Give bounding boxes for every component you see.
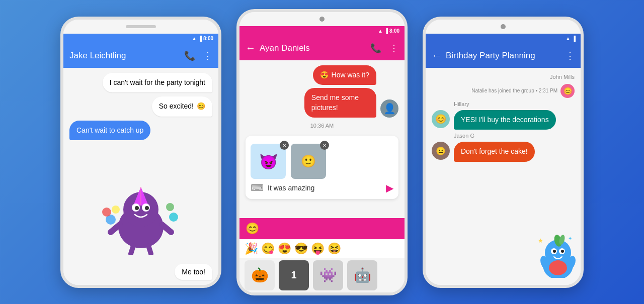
avatar-ayan: 👤: [380, 99, 398, 118]
bubble-excited: So excited! 😊: [152, 96, 212, 117]
svg-point-19: [549, 260, 567, 275]
phone-right: ▲ ▐ ← Birthday Party Planning ⋮ John Mil…: [423, 17, 584, 288]
phone-call-icon-center[interactable]: 📞: [370, 43, 381, 54]
avatar-jason: 😐: [432, 142, 450, 160]
bubble-jason: Don't forget the cake!: [454, 142, 535, 162]
back-arrow-right[interactable]: ←: [432, 50, 442, 61]
status-icons-center: ▲ ▐ 8:00: [378, 28, 399, 34]
battery-icon: ▐: [198, 36, 202, 41]
svg-point-6: [135, 206, 139, 210]
timestamp-center: 10:36 AM: [246, 123, 398, 129]
blue-character-svg: ★ ✦: [538, 233, 578, 278]
sticker-pumpkin[interactable]: 🎃: [245, 260, 275, 290]
status-bar-left: ▲ ▐ 8:00: [63, 34, 218, 44]
sticker-monster-area: [69, 144, 212, 259]
sticker-monster2[interactable]: 👾: [313, 260, 343, 290]
contact-name-left: Jake Leichtling: [69, 51, 184, 61]
app-bar-icons-left: 📞 ⋮: [184, 50, 212, 61]
send-button[interactable]: ▶: [386, 182, 393, 194]
app-bar-right: ← Birthday Party Planning ⋮: [426, 44, 581, 68]
more-options-icon-left[interactable]: ⋮: [203, 50, 212, 61]
monster-sticker-container: [101, 179, 181, 255]
bubble-catch-up: Can't wait to catch up: [69, 121, 150, 141]
more-options-icon-center[interactable]: ⋮: [389, 43, 398, 54]
signal-icon: ▲: [192, 36, 197, 41]
bubble-how-was-it: 😍 How was it?: [313, 65, 376, 85]
phone-speaker: [126, 25, 156, 28]
emoji-item-party[interactable]: 🎉: [245, 242, 258, 255]
time-left: 8:00: [203, 36, 213, 41]
emoji-tab-icon[interactable]: 😊: [246, 222, 259, 235]
avatar-natalie: 😊: [560, 84, 575, 98]
natalie-joined-text: Natalie has joined the group • 2:31 PM: [471, 88, 557, 93]
phone-call-icon-left[interactable]: 📞: [184, 50, 195, 61]
phone-top-bar-left: [63, 20, 218, 34]
back-arrow-center[interactable]: ←: [246, 42, 256, 54]
chat-area-center: 😍 How was it? Send me some pictures! 👤 1…: [239, 60, 405, 218]
compose-input[interactable]: [268, 184, 386, 192]
emoji-row: 🎉 😋 😍 😎 😝 😆: [239, 239, 405, 258]
emoji-item-yum[interactable]: 😋: [261, 242, 275, 255]
time-center: 8:00: [389, 28, 399, 34]
more-options-icon-right[interactable]: ⋮: [566, 50, 575, 61]
sender-name-jason: Jason G: [432, 133, 575, 139]
right-sticker-character: ★ ✦: [538, 233, 578, 280]
sticker-robot[interactable]: 🤖: [347, 260, 377, 290]
phone-center: ▲ ▐ 8:00 ← Ayan Daniels 📞 ⋮ 😍: [236, 9, 408, 295]
msg-group-how-was-it: 😍 How was it? Send me some pictures! 👤: [246, 65, 398, 118]
contact-name-center: Ayan Daniels: [260, 43, 370, 53]
battery-icon-center: ▐: [384, 28, 388, 34]
svg-line-8: [111, 225, 120, 232]
app-bar-left: Jake Leichtling 📞 ⋮: [63, 44, 218, 68]
bubble-me-too: Me too!: [175, 264, 212, 280]
sticker-number1[interactable]: 1: [279, 260, 309, 290]
status-icons-right: ▲ ▐: [566, 36, 576, 41]
svg-point-23: [561, 250, 564, 253]
sender-name-hillary: Hillary: [432, 101, 575, 107]
keyboard-icon[interactable]: ⌨: [251, 182, 264, 193]
svg-text:✦: ✦: [568, 236, 572, 241]
compose-row: ⌨ ▶: [251, 182, 393, 194]
emoji-item-heart-eyes[interactable]: 😍: [278, 242, 291, 255]
status-bar-right: ▲ ▐: [426, 34, 581, 44]
attachment-close-photo[interactable]: ✕: [320, 141, 329, 150]
app-bar-center: ← Ayan Daniels 📞 ⋮: [239, 36, 405, 60]
signal-icon-right: ▲: [566, 36, 571, 41]
chat-area-right: John Mills Natalie has joined the group …: [426, 68, 581, 285]
phone-left: ▲ ▐ 8:00 Jake Leichtling 📞 ⋮ I can't wai…: [60, 17, 221, 288]
emoji-keyboard-header: 😊: [239, 218, 405, 239]
svg-line-11: [148, 246, 151, 254]
status-bar-center: ▲ ▐ 8:00: [239, 26, 405, 36]
emoji-item-tongue[interactable]: 😝: [311, 242, 325, 255]
sunglasses-emoji: 😍: [320, 70, 329, 80]
attachment-close-sticker[interactable]: ✕: [280, 141, 289, 150]
emoji-keyboard: 😊 🎉 😋 😍 😎 😝 😆 🎃 1 👾 🤖: [239, 218, 405, 292]
attachment-photo: 🙂 ✕: [291, 144, 326, 179]
svg-point-14: [112, 206, 120, 214]
chat-area-left: I can't wait for the party tonight So ex…: [63, 68, 218, 285]
excited-emoji: 😊: [197, 102, 205, 112]
emoji-item-joy[interactable]: 😆: [328, 242, 341, 255]
svg-point-16: [166, 203, 174, 211]
attachment-sticker: 😈 ✕: [251, 144, 286, 179]
svg-point-7: [145, 206, 149, 210]
app-bar-icons-right: ⋮: [566, 50, 575, 61]
monster-sticker-svg: [101, 179, 181, 255]
natalie-joined-row: Natalie has joined the group • 2:31 PM 😊: [432, 84, 575, 98]
bubble-party-tonight: I can't wait for the party tonight: [103, 73, 212, 93]
compose-container[interactable]: 😈 ✕ 🙂 ✕ ⌨ ▶: [246, 136, 398, 199]
msg-row-jason: 😐 Don't forget the cake!: [432, 142, 575, 162]
bubble-hillary: YES! I'll buy the decorations: [454, 110, 556, 130]
emoji-item-sunglasses[interactable]: 😎: [294, 242, 308, 255]
phone-camera-center: [319, 17, 325, 22]
system-msg-john: John Mills: [432, 73, 575, 81]
signal-icon-center: ▲: [378, 28, 383, 34]
phone-camera-right: [501, 24, 506, 29]
app-bar-icons-center: 📞 ⋮: [370, 43, 398, 54]
group-name-right: Birthday Party Planning: [446, 51, 566, 61]
svg-line-9: [162, 225, 171, 232]
status-icons-left: ▲ ▐ 8:00: [192, 36, 213, 41]
bubble-send-pictures: Send me some pictures!: [304, 88, 376, 118]
battery-icon-right: ▐: [572, 36, 576, 41]
bubbles-right: 😍 How was it? Send me some pictures!: [286, 65, 376, 118]
